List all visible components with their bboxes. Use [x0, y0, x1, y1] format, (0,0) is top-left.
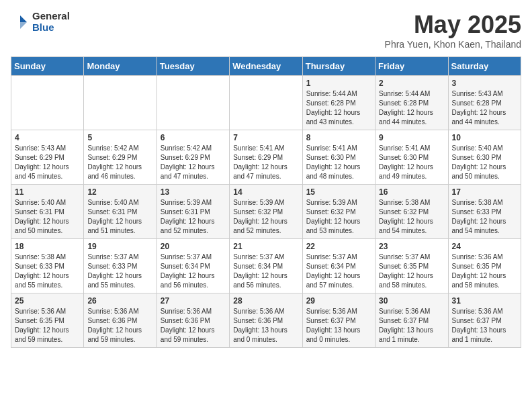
day-number: 31: [452, 296, 517, 306]
day-number: 29: [306, 296, 371, 306]
day-info: Sunrise: 5:36 AM Sunset: 6:35 PM Dayligh…: [452, 253, 517, 290]
weekday-header: Wednesday: [230, 57, 302, 76]
day-number: 11: [15, 187, 80, 197]
weekday-header: Friday: [375, 57, 448, 76]
calendar-cell: 4Sunrise: 5:43 AM Sunset: 6:29 PM Daylig…: [11, 130, 84, 185]
weekday-header-row: SundayMondayTuesdayWednesdayThursdayFrid…: [11, 57, 521, 76]
day-number: 21: [233, 242, 298, 251]
day-number: 22: [306, 242, 371, 251]
day-info: Sunrise: 5:36 AM Sunset: 6:37 PM Dayligh…: [379, 307, 444, 345]
day-number: 10: [452, 133, 517, 142]
calendar-cell: 30Sunrise: 5:36 AM Sunset: 6:37 PM Dayli…: [375, 293, 448, 348]
calendar-cell: 18Sunrise: 5:38 AM Sunset: 6:33 PM Dayli…: [11, 239, 84, 293]
calendar-cell: 3Sunrise: 5:43 AM Sunset: 6:28 PM Daylig…: [448, 76, 521, 130]
day-info: Sunrise: 5:37 AM Sunset: 6:34 PM Dayligh…: [161, 253, 226, 290]
calendar-table: SundayMondayTuesdayWednesdayThursdayFrid…: [11, 56, 521, 348]
day-info: Sunrise: 5:37 AM Sunset: 6:35 PM Dayligh…: [379, 253, 444, 290]
calendar-cell: 23Sunrise: 5:37 AM Sunset: 6:35 PM Dayli…: [375, 239, 448, 293]
calendar-cell: 19Sunrise: 5:37 AM Sunset: 6:33 PM Dayli…: [84, 239, 157, 293]
day-number: 6: [161, 133, 226, 142]
day-number: 14: [233, 187, 298, 197]
calendar-cell: 16Sunrise: 5:38 AM Sunset: 6:32 PM Dayli…: [375, 185, 448, 239]
day-number: 18: [15, 242, 80, 251]
day-info: Sunrise: 5:36 AM Sunset: 6:36 PM Dayligh…: [161, 307, 226, 345]
day-number: 25: [15, 296, 80, 306]
day-number: 27: [161, 296, 226, 306]
calendar-cell: 27Sunrise: 5:36 AM Sunset: 6:36 PM Dayli…: [157, 293, 229, 348]
page-header: General Blue May 2025 Phra Yuen, Khon Ka…: [11, 11, 521, 50]
day-info: Sunrise: 5:38 AM Sunset: 6:32 PM Dayligh…: [379, 198, 444, 236]
calendar-week-row: 4Sunrise: 5:43 AM Sunset: 6:29 PM Daylig…: [11, 130, 521, 185]
calendar-week-row: 11Sunrise: 5:40 AM Sunset: 6:31 PM Dayli…: [11, 185, 521, 239]
day-info: Sunrise: 5:36 AM Sunset: 6:36 PM Dayligh…: [233, 307, 298, 345]
calendar-cell: 25Sunrise: 5:36 AM Sunset: 6:35 PM Dayli…: [11, 293, 84, 348]
day-info: Sunrise: 5:44 AM Sunset: 6:28 PM Dayligh…: [306, 89, 371, 127]
calendar-week-row: 1Sunrise: 5:44 AM Sunset: 6:28 PM Daylig…: [11, 76, 521, 130]
calendar-cell: [157, 76, 229, 130]
day-number: 28: [233, 296, 298, 306]
day-number: 19: [87, 242, 152, 251]
weekday-header: Thursday: [302, 57, 375, 76]
logo-icon: [11, 13, 30, 32]
day-info: Sunrise: 5:36 AM Sunset: 6:35 PM Dayligh…: [15, 307, 80, 345]
day-info: Sunrise: 5:44 AM Sunset: 6:28 PM Dayligh…: [379, 89, 444, 127]
day-number: 20: [161, 242, 226, 251]
day-info: Sunrise: 5:41 AM Sunset: 6:30 PM Dayligh…: [379, 144, 444, 181]
calendar-cell: 6Sunrise: 5:42 AM Sunset: 6:29 PM Daylig…: [157, 130, 229, 185]
day-number: 15: [306, 187, 371, 197]
weekday-header: Monday: [84, 57, 157, 76]
calendar-cell: [84, 76, 157, 130]
day-info: Sunrise: 5:40 AM Sunset: 6:31 PM Dayligh…: [87, 198, 152, 236]
calendar-cell: [230, 76, 302, 130]
day-number: 23: [379, 242, 444, 251]
day-number: 2: [379, 79, 444, 88]
calendar-cell: 29Sunrise: 5:36 AM Sunset: 6:37 PM Dayli…: [302, 293, 375, 348]
calendar-cell: 31Sunrise: 5:36 AM Sunset: 6:37 PM Dayli…: [448, 293, 521, 348]
weekday-header: Sunday: [11, 57, 84, 76]
calendar-cell: 26Sunrise: 5:36 AM Sunset: 6:36 PM Dayli…: [84, 293, 157, 348]
day-number: 8: [306, 133, 371, 142]
day-number: 17: [452, 187, 517, 197]
day-info: Sunrise: 5:40 AM Sunset: 6:31 PM Dayligh…: [15, 198, 80, 236]
day-number: 7: [233, 133, 298, 142]
day-info: Sunrise: 5:37 AM Sunset: 6:34 PM Dayligh…: [306, 253, 371, 290]
day-info: Sunrise: 5:42 AM Sunset: 6:29 PM Dayligh…: [161, 144, 226, 181]
calendar-cell: 12Sunrise: 5:40 AM Sunset: 6:31 PM Dayli…: [84, 185, 157, 239]
day-info: Sunrise: 5:43 AM Sunset: 6:28 PM Dayligh…: [452, 89, 517, 127]
day-info: Sunrise: 5:42 AM Sunset: 6:29 PM Dayligh…: [87, 144, 152, 181]
day-number: 3: [452, 79, 517, 88]
day-number: 9: [379, 133, 444, 142]
day-number: 12: [87, 187, 152, 197]
calendar-cell: 5Sunrise: 5:42 AM Sunset: 6:29 PM Daylig…: [84, 130, 157, 185]
calendar-cell: [11, 76, 84, 130]
calendar-cell: 8Sunrise: 5:41 AM Sunset: 6:30 PM Daylig…: [302, 130, 375, 185]
day-info: Sunrise: 5:38 AM Sunset: 6:33 PM Dayligh…: [452, 198, 517, 236]
calendar-cell: 11Sunrise: 5:40 AM Sunset: 6:31 PM Dayli…: [11, 185, 84, 239]
calendar-week-row: 18Sunrise: 5:38 AM Sunset: 6:33 PM Dayli…: [11, 239, 521, 293]
calendar-cell: 1Sunrise: 5:44 AM Sunset: 6:28 PM Daylig…: [302, 76, 375, 130]
day-info: Sunrise: 5:41 AM Sunset: 6:29 PM Dayligh…: [233, 144, 298, 181]
weekday-header: Tuesday: [157, 57, 229, 76]
title-area: May 2025 Phra Yuen, Khon Kaen, Thailand: [385, 11, 521, 50]
day-number: 24: [452, 242, 517, 251]
day-info: Sunrise: 5:37 AM Sunset: 6:33 PM Dayligh…: [87, 253, 152, 290]
logo: General Blue: [11, 11, 70, 33]
calendar-cell: 2Sunrise: 5:44 AM Sunset: 6:28 PM Daylig…: [375, 76, 448, 130]
calendar-cell: 22Sunrise: 5:37 AM Sunset: 6:34 PM Dayli…: [302, 239, 375, 293]
logo-blue: Blue: [32, 22, 70, 34]
location-subtitle: Phra Yuen, Khon Kaen, Thailand: [385, 39, 521, 50]
day-info: Sunrise: 5:36 AM Sunset: 6:37 PM Dayligh…: [306, 307, 371, 345]
day-info: Sunrise: 5:39 AM Sunset: 6:32 PM Dayligh…: [306, 198, 371, 236]
day-number: 1: [306, 79, 371, 88]
calendar-cell: 15Sunrise: 5:39 AM Sunset: 6:32 PM Dayli…: [302, 185, 375, 239]
day-number: 16: [379, 187, 444, 197]
calendar-cell: 24Sunrise: 5:36 AM Sunset: 6:35 PM Dayli…: [448, 239, 521, 293]
calendar-cell: 14Sunrise: 5:39 AM Sunset: 6:32 PM Dayli…: [230, 185, 302, 239]
svg-marker-0: [20, 15, 27, 22]
calendar-cell: 28Sunrise: 5:36 AM Sunset: 6:36 PM Dayli…: [230, 293, 302, 348]
logo-text: General Blue: [32, 11, 70, 33]
logo-general: General: [32, 11, 70, 22]
month-title: May 2025: [385, 11, 521, 39]
day-info: Sunrise: 5:39 AM Sunset: 6:31 PM Dayligh…: [161, 198, 226, 236]
day-number: 30: [379, 296, 444, 306]
